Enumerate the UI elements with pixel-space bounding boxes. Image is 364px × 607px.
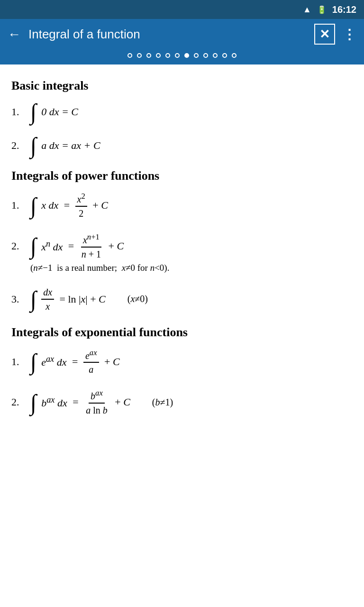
- section-power: Integrals of power functions 1. ∫ x dx =…: [11, 169, 353, 312]
- formula-basic-2: 2. ∫ a dx = ax + C: [11, 135, 353, 156]
- section-basic: Basic integrals 1. ∫ 0 dx = C 2. ∫ a dx …: [11, 79, 353, 156]
- fraction-x2-2: x2 2: [75, 192, 87, 219]
- close-icon: ✕: [319, 27, 330, 42]
- dot-3[interactable]: [146, 53, 151, 58]
- formula-power-1: 1. ∫ x dx = x2 2 + C: [11, 192, 353, 219]
- formula-number-basic-1: 1.: [11, 106, 27, 118]
- section-exponential: Integrals of exponential functions 1. ∫ …: [11, 325, 353, 416]
- more-button[interactable]: ⋮: [343, 27, 356, 42]
- dot-9[interactable]: [203, 53, 208, 58]
- dot-10[interactable]: [213, 53, 218, 58]
- dot-2[interactable]: [137, 53, 142, 58]
- battery-icon: 🔋: [317, 5, 327, 14]
- dot-7[interactable]: [184, 53, 189, 58]
- formula-number-basic-2: 2.: [11, 139, 27, 152]
- page-title: Integral of a function: [28, 27, 307, 42]
- section-title-basic: Basic integrals: [11, 79, 353, 93]
- app-bar: ← Integral of a function ✕ ⋮: [0, 19, 364, 49]
- formula-number-power-2: 2.: [11, 240, 27, 252]
- status-bar: ▲ 🔋 16:12: [0, 0, 364, 19]
- section-title-exponential: Integrals of exponential functions: [11, 325, 353, 340]
- integral-sign-e2: ∫: [30, 392, 36, 413]
- dot-1[interactable]: [127, 53, 132, 58]
- status-time: 16:12: [332, 4, 356, 15]
- integral-sign-p3: ∫: [30, 289, 36, 309]
- integral-sign-e1: ∫: [30, 351, 36, 372]
- fraction-xn1-n1: xn+1 n + 1: [80, 232, 103, 260]
- signal-icon: ▲: [303, 5, 311, 15]
- formula-number-power-1: 1.: [11, 199, 27, 212]
- content-area: Basic integrals 1. ∫ 0 dx = C 2. ∫ a dx …: [0, 64, 364, 448]
- formula-math-basic-1: ∫ 0 dx = C: [30, 101, 78, 122]
- formula-math-power-2: ∫ xn dx = xn+1 n + 1 + C: [30, 232, 124, 260]
- section-title-power: Integrals of power functions: [11, 169, 353, 183]
- formula-power-3: 3. ∫ dx x = ln |x| + C (x≠0): [11, 286, 353, 312]
- formula-basic-1: 1. ∫ 0 dx = C: [11, 101, 353, 122]
- formula-math-basic-2: ∫ a dx = ax + C: [30, 135, 100, 156]
- dot-12[interactable]: [232, 53, 237, 58]
- integral-sign-2: ∫: [30, 135, 36, 156]
- fraction-eax-a: eax a: [83, 348, 99, 376]
- formula-number-power-3: 3.: [11, 293, 27, 305]
- fraction-bax-alnb: bax a ln b: [84, 388, 109, 416]
- formula-number-exp-2: 2.: [11, 396, 27, 408]
- formula-power-2: 2. ∫ xn dx = xn+1 n + 1 + C (n≠−1 is a r…: [11, 232, 353, 273]
- close-button[interactable]: ✕: [314, 24, 335, 45]
- dot-11[interactable]: [222, 53, 227, 58]
- dot-4[interactable]: [156, 53, 161, 58]
- formula-exp-2: 2. ∫ bax dx = bax a ln b + C (b≠1): [11, 388, 353, 416]
- pagination-dots: [0, 49, 364, 64]
- integral-sign-p2: ∫: [30, 236, 36, 256]
- formula-math-exp-2: ∫ bax dx = bax a ln b + C (b≠1): [30, 388, 173, 416]
- integral-sign: ∫: [30, 101, 36, 122]
- formula-math-power-3: ∫ dx x = ln |x| + C (x≠0): [30, 286, 148, 312]
- fraction-dx-x: dx x: [41, 286, 54, 312]
- formula-note-power-2: (n≠−1 is a real number; x≠0 for n<0).: [30, 263, 353, 273]
- dot-8[interactable]: [194, 53, 199, 58]
- dot-6[interactable]: [175, 53, 180, 58]
- integral-sign-p1: ∫: [30, 195, 36, 216]
- formula-math-power-1: ∫ x dx = x2 2 + C: [30, 192, 108, 219]
- dot-5[interactable]: [165, 53, 170, 58]
- formula-condition-exp-2: (b≠1): [143, 397, 173, 408]
- formula-number-exp-1: 1.: [11, 356, 27, 368]
- formula-exp-1: 1. ∫ eax dx = eax a + C: [11, 348, 353, 376]
- back-button[interactable]: ←: [8, 27, 21, 42]
- formula-math-exp-1: ∫ eax dx = eax a + C: [30, 348, 120, 376]
- formula-condition-power-3: (x≠0): [118, 294, 148, 304]
